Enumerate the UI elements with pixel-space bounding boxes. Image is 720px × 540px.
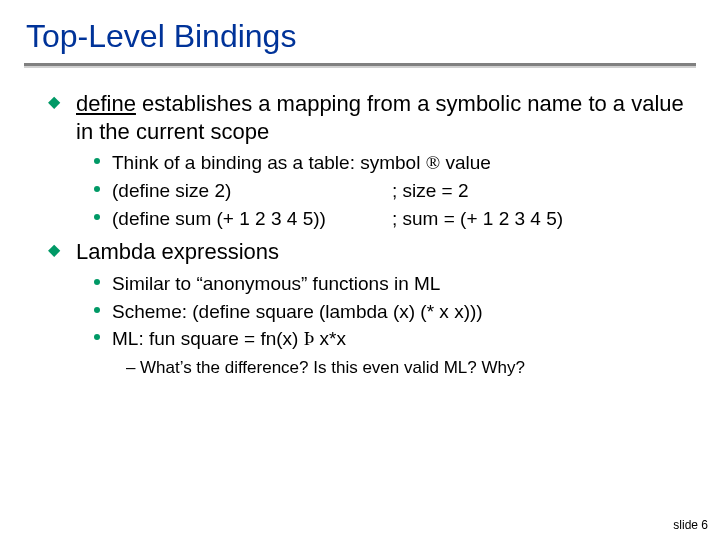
text: Similar to “anonymous” functions in ML: [112, 273, 440, 294]
sub-define-sum: (define sum (+ 1 2 3 4 5)) ; sum = (+ 1 …: [94, 207, 698, 231]
sub-anon: Similar to “anonymous” functions in ML: [94, 272, 698, 296]
comment: ; size = 2: [392, 179, 469, 203]
text: ML: fun square = fn(x): [112, 328, 304, 349]
diamond-icon: ◆: [48, 94, 60, 110]
slide-number: slide 6: [673, 518, 708, 532]
code: (define size 2): [112, 179, 392, 203]
text: Scheme: (define square (lambda (x) (* x …: [112, 301, 483, 322]
double-arrow-icon: Þ: [304, 328, 315, 349]
bullet-icon: [94, 158, 100, 164]
sub-define-size: (define size 2) ; size = 2: [94, 179, 698, 203]
sub-binding-table: Think of a binding as a table: symbol ® …: [94, 151, 698, 175]
arrow-icon: ®: [426, 152, 440, 173]
text: What’s the difference? Is this even vali…: [140, 358, 525, 377]
bullet-icon: [94, 186, 100, 192]
slide-title: Top-Level Bindings: [0, 0, 720, 55]
lambda-head: Lambda expressions: [76, 239, 279, 264]
sub-scheme: Scheme: (define square (lambda (x) (* x …: [94, 300, 698, 324]
bullet-icon: [94, 307, 100, 313]
bullet-define: ◆ define establishes a mapping from a sy…: [48, 90, 698, 145]
bullet-icon: [94, 214, 100, 220]
text: x*x: [314, 328, 346, 349]
comment: ; sum = (+ 1 2 3 4 5): [392, 207, 563, 231]
text: Think of a binding as a table: symbol: [112, 152, 426, 173]
sub-ml: ML: fun square = fn(x) Þ x*x: [94, 327, 698, 351]
bullet-lambda: ◆ Lambda expressions: [48, 238, 698, 266]
diamond-icon: ◆: [48, 242, 60, 258]
bullet-icon: [94, 279, 100, 285]
sub-question: – What’s the difference? Is this even va…: [126, 357, 698, 378]
slide-body: ◆ define establishes a mapping from a sy…: [0, 66, 720, 378]
bullet-icon: [94, 334, 100, 340]
define-rest: establishes a mapping from a symbolic na…: [76, 91, 684, 144]
code: (define sum (+ 1 2 3 4 5)): [112, 207, 392, 231]
define-keyword: define: [76, 91, 136, 116]
dash-icon: –: [126, 357, 135, 378]
text: value: [440, 152, 491, 173]
